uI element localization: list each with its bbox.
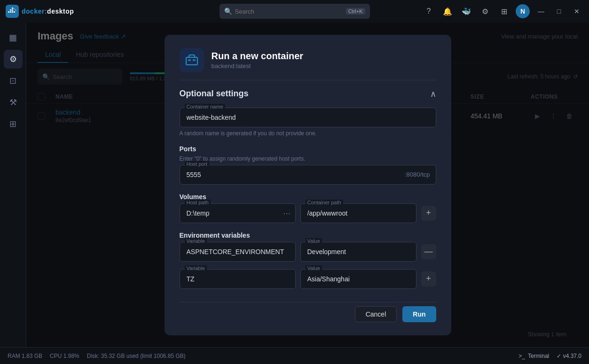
docker-logo-icon [6,5,19,18]
disk-stat: Disk: 35.32 GB used (limit 1006.85 GB) [87,353,186,359]
sidebar-item-images[interactable]: ⚙ [4,50,23,69]
optional-settings-toggle[interactable]: Optional settings ∧ [180,89,436,99]
add-volume-btn[interactable]: + [421,206,436,221]
maximize-btn[interactable]: □ [552,5,565,18]
container-name-field: Container name [180,108,436,127]
run-button[interactable]: Run [402,306,436,322]
env-val-1-field: Value [300,242,416,262]
env-var-1-label: Variable [185,238,207,244]
main-layout: ▦ ⚙ ⊡ ⚒ ⊞ Images Give feedback ↗ View an… [0,23,589,347]
content-area: Images Give feedback ↗ View and manage y… [26,23,589,347]
topbar-icons: ? 🔔 🐳 ⚙ ⊞ N — □ ✕ [422,4,583,18]
search-icon: 🔍 [224,8,232,15]
modal-footer: Cancel Run [180,302,436,322]
host-port-label: Host port [185,161,210,167]
container-name-section: Container name A random name is generate… [180,108,436,137]
env-val-2-field: Value [300,269,416,289]
search-shortcut-badge: Ctrl+K [346,8,365,15]
container-path-label: Container path [306,200,343,205]
container-path-input[interactable] [301,204,416,223]
host-path-field: Host path ⋯ [180,203,296,223]
settings-icon-btn[interactable]: ⚙ [478,4,492,18]
host-port-field: Host port :8080/tcp [180,165,436,185]
terminal-icon: >_ [518,353,525,359]
extensions-icon: ⊞ [9,119,16,129]
version-label: ✓ v4.37.0 [557,353,581,359]
env-var-2-label: Variable [185,265,207,271]
modal-icon [180,48,204,72]
containers-icon: ▦ [9,32,17,43]
builds-icon: ⚒ [9,97,17,108]
grid-icon-btn[interactable]: ⊞ [497,4,511,18]
add-env-btn[interactable]: + [421,271,436,287]
images-icon: ⚙ [9,54,17,64]
env-var-2-field: Variable [180,269,296,289]
host-port-suffix: :8080/tcp [405,171,436,178]
cancel-button[interactable]: Cancel [355,306,397,322]
terminal-btn[interactable]: >_ Terminal [518,353,549,359]
topbar-search-wrap: 🔍 Ctrl+K [220,4,370,19]
modal-subtitle: backend:latest [212,62,304,70]
env-row-2: Variable Value + [180,269,436,289]
env-val-2-input[interactable] [301,270,416,288]
ports-title: Ports [180,145,436,153]
close-btn[interactable]: ✕ [570,5,583,18]
host-path-dots-btn[interactable]: ⋯ [283,209,291,217]
env-val-1-input[interactable] [301,242,416,261]
container-icon [184,53,199,68]
volumes-icon: ⊡ [9,76,16,86]
svg-rect-2 [188,59,191,61]
sidebar-item-extensions[interactable]: ⊞ [4,115,23,133]
host-port-input[interactable] [180,165,405,184]
container-name-input[interactable] [180,108,436,127]
sidebar-item-volumes[interactable]: ⊡ [4,71,23,90]
ram-stat: RAM 1.83 GB [8,353,42,359]
remove-env-1-btn[interactable]: — [421,244,436,259]
bottom-bar: RAM 1.83 GB CPU 1.98% Disk: 35.32 GB use… [0,347,589,364]
modal-title: Run a new container [212,51,304,62]
env-section: Environment variables Variable Value — [180,232,436,294]
ports-desc: Enter "0" to assign randomly generated h… [180,155,436,162]
sidebar: ▦ ⚙ ⊡ ⚒ ⊞ [0,23,26,347]
modal-overlay: Run a new container backend:latest Optio… [26,23,589,347]
minimize-btn[interactable]: — [534,5,548,18]
env-var-2-input[interactable] [180,270,295,288]
docker-icon-btn[interactable]: 🐳 [459,4,473,18]
topbar: docker:desktop 🔍 Ctrl+K ? 🔔 🐳 ⚙ ⊞ N — □ … [0,0,589,23]
host-path-input[interactable] [180,204,295,223]
modal: Run a new container backend:latest Optio… [165,35,451,335]
env-var-1-field: Variable [180,242,296,262]
host-path-label: Host path [185,200,211,205]
chevron-up-icon: ∧ [430,89,436,99]
cpu-stat: CPU 1.98% [50,353,79,359]
optional-settings-label: Optional settings [180,89,249,99]
env-var-1-input[interactable] [180,242,295,261]
sidebar-item-containers[interactable]: ▦ [4,28,23,47]
volumes-section: Volumes Host path ⋯ Container path [180,193,436,223]
topbar-search-input[interactable] [235,8,343,15]
container-path-field: Container path [300,203,416,223]
env-val-1-label: Value [306,238,322,244]
svg-rect-1 [186,57,197,65]
help-icon-btn[interactable]: ? [422,4,436,18]
modal-title-wrap: Run a new container backend:latest [212,51,304,70]
container-name-hint: A random name is generated if you do not… [180,130,436,137]
user-avatar[interactable]: N [516,4,530,18]
modal-header: Run a new container backend:latest [180,48,436,80]
sidebar-item-builds[interactable]: ⚒ [4,93,23,112]
notification-icon-btn[interactable]: 🔔 [440,4,455,18]
svg-rect-3 [193,59,196,61]
ports-section: Ports Enter "0" to assign randomly gener… [180,145,436,185]
container-name-label: Container name [185,104,225,109]
app-logo[interactable]: docker:desktop [6,5,74,18]
env-val-2-label: Value [306,265,322,271]
env-row-1: Variable Value — [180,242,436,262]
